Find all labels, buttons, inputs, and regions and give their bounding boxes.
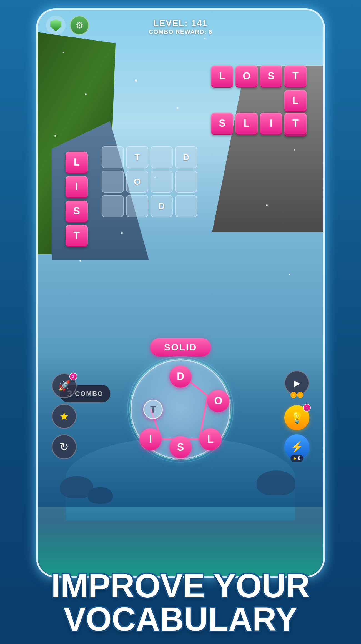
hint-button[interactable]: 💡 1 bbox=[284, 405, 309, 430]
grid-cell-7 bbox=[175, 171, 197, 193]
boost-button[interactable]: ⚡ ● 0 bbox=[284, 434, 309, 459]
grid-cell-0 bbox=[102, 146, 124, 168]
coin-icon2 bbox=[297, 392, 303, 398]
header: ⚙ LEVEL: 141 COMBO REWARD: 6 bbox=[38, 10, 323, 43]
refresh-icon: ↻ bbox=[59, 440, 69, 453]
grid-cell-11 bbox=[175, 195, 197, 217]
word-slit: S L I T bbox=[211, 113, 307, 135]
connection-lines bbox=[132, 360, 229, 458]
bolt-coins: ● 0 bbox=[290, 455, 303, 462]
level-display: LEVEL: 141 bbox=[149, 18, 212, 28]
header-text: LEVEL: 141 COMBO REWARD: 6 bbox=[149, 18, 212, 36]
right-side-buttons: ▶ 💡 1 ⚡ ● 0 bbox=[284, 370, 309, 459]
letter-L-node[interactable]: L bbox=[199, 428, 222, 450]
coin-icon bbox=[290, 392, 297, 398]
shield-button[interactable] bbox=[46, 16, 66, 35]
grid-cell-D2: D bbox=[151, 195, 173, 217]
star-icon: ★ bbox=[59, 410, 69, 423]
svg-line-3 bbox=[151, 409, 161, 439]
left-side-buttons: 🚀 2 ★ ↻ bbox=[52, 373, 77, 459]
tile-L-list: L bbox=[66, 152, 88, 174]
tile-I-list: I bbox=[66, 176, 88, 198]
combo-reward-display: COMBO REWARD: 6 bbox=[149, 28, 212, 36]
grid-cell-4 bbox=[102, 171, 124, 193]
game-background: ⚙ LEVEL: 141 COMBO REWARD: 6 L O S T L O… bbox=[38, 10, 323, 576]
grid-cell-8 bbox=[102, 195, 124, 217]
word-list-vertical: L I S T bbox=[66, 152, 88, 247]
phone-frame: ⚙ LEVEL: 141 COMBO REWARD: 6 L O S T L O… bbox=[36, 8, 325, 578]
svg-line-1 bbox=[199, 396, 207, 439]
letter-I-node[interactable]: I bbox=[139, 428, 162, 450]
improve-text: IMPROVE YOUR bbox=[17, 569, 344, 602]
letter-circle[interactable]: T D O L I S bbox=[131, 359, 230, 459]
bolt-icon: ⚡ bbox=[290, 441, 304, 453]
letter-D-node[interactable]: D bbox=[169, 365, 192, 388]
tile-S-slit: S bbox=[211, 113, 233, 135]
tile-T-list: T bbox=[66, 225, 88, 247]
gear-button[interactable]: ⚙ bbox=[70, 16, 89, 35]
bottom-text-area: IMPROVE YOUR VOCABULARY bbox=[0, 569, 361, 636]
letter-O-node[interactable]: O bbox=[207, 390, 229, 412]
svg-line-0 bbox=[180, 374, 208, 396]
tile-T-slit: T bbox=[284, 113, 307, 135]
video-icon: ▶ bbox=[294, 378, 300, 388]
rocket-button[interactable]: 🚀 2 bbox=[52, 373, 77, 398]
grid-cell-9 bbox=[126, 195, 148, 217]
grid-cell-O: O bbox=[126, 171, 148, 193]
rocket-badge: 2 bbox=[69, 373, 77, 380]
word-lost: L O S T bbox=[211, 66, 307, 88]
rocket-icon: 🚀 bbox=[58, 380, 71, 392]
current-word-display: SOLID bbox=[150, 338, 211, 357]
header-left-icons: ⚙ bbox=[46, 16, 89, 35]
tile-O-lost: O bbox=[235, 66, 258, 88]
grid-cell-D1: D bbox=[175, 146, 197, 168]
word-grid: T D O D bbox=[102, 146, 197, 217]
tile-T-lost: T bbox=[284, 66, 307, 88]
grid-cell-6 bbox=[151, 171, 173, 193]
video-button[interactable]: ▶ bbox=[284, 370, 309, 395]
gear-icon: ⚙ bbox=[76, 20, 84, 31]
grid-cell-T: T bbox=[126, 146, 148, 168]
refresh-button[interactable]: ↻ bbox=[52, 434, 77, 459]
tile-S-lost: S bbox=[260, 66, 282, 88]
bulb-icon: 💡 bbox=[290, 412, 304, 424]
tile-L-slit: L bbox=[235, 113, 258, 135]
grid-cell-2 bbox=[151, 146, 173, 168]
combo-label: COMBO bbox=[75, 390, 103, 398]
vocabulary-text: VOCABULARY bbox=[17, 602, 344, 636]
tile-I-slit: I bbox=[260, 113, 282, 135]
tile-L-lost: L bbox=[211, 66, 233, 88]
shield-icon bbox=[50, 19, 61, 31]
mountain-right bbox=[212, 66, 323, 232]
letter-S-node[interactable]: S bbox=[169, 436, 192, 458]
hint-badge: 1 bbox=[303, 404, 311, 412]
favorite-button[interactable]: ★ bbox=[52, 404, 77, 429]
letter-T-node[interactable]: T bbox=[143, 400, 163, 419]
tile-S-list: S bbox=[66, 201, 88, 223]
tile-L-vertical: L bbox=[284, 90, 307, 112]
